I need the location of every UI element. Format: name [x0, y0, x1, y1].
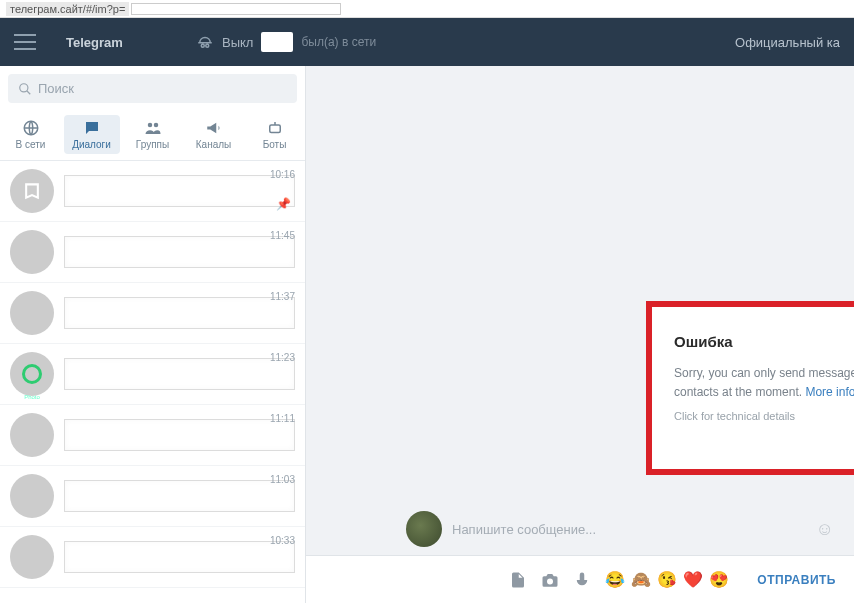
emoji-picker-icon[interactable]: ☺: [816, 519, 834, 540]
camera-icon[interactable]: [541, 571, 559, 589]
avatar: [10, 169, 54, 213]
avatar: [10, 230, 54, 274]
header-right-label: Официальный ка: [735, 35, 840, 50]
tab-bots[interactable]: Боты: [247, 115, 303, 154]
error-modal: Ошибка Sorry, you can only send messages…: [646, 301, 854, 475]
incognito-icon: [196, 33, 214, 51]
chat-time: 11:23: [270, 352, 295, 363]
tab-online[interactable]: В сети: [3, 115, 59, 154]
header-user-name: Выкл: [222, 35, 253, 50]
chat-list: 10:16 📌 11:45 11:37 Photo 11:23: [0, 161, 305, 603]
chat-item[interactable]: 10:33: [0, 527, 305, 588]
search-icon: [18, 82, 32, 96]
svg-point-0: [20, 83, 28, 91]
chat-time: 11:03: [270, 474, 295, 485]
chat-time: 11:11: [270, 413, 295, 424]
emoji[interactable]: 😍: [709, 570, 729, 589]
chat-name-redacted: [64, 419, 295, 451]
chat-name-redacted: [64, 297, 295, 329]
emoji[interactable]: 😘: [657, 570, 677, 589]
globe-icon: [21, 119, 41, 137]
mic-icon[interactable]: [573, 571, 591, 589]
tab-dialogs[interactable]: Диалоги: [64, 115, 120, 154]
brand-label: Telegram: [66, 35, 196, 50]
pin-icon: 📌: [276, 197, 291, 211]
chat-item[interactable]: 11:45: [0, 222, 305, 283]
svg-point-3: [153, 123, 158, 128]
tab-channels[interactable]: Каналы: [186, 115, 242, 154]
chat-item[interactable]: 11:03: [0, 466, 305, 527]
chat-name-redacted: [64, 541, 295, 573]
header-user-avatar: [261, 32, 293, 52]
avatar: [10, 291, 54, 335]
send-button[interactable]: ОТПРАВИТЬ: [757, 573, 836, 587]
search-input[interactable]: Поиск: [8, 74, 297, 103]
compose-avatar: [406, 511, 442, 547]
chat-time: 10:33: [270, 535, 295, 546]
quick-emoji-row: 😂 🙈 😘 ❤️ 😍: [605, 570, 729, 589]
address-bar[interactable]: телеграм.сайт/#/im?p=: [0, 0, 854, 18]
url-redacted: [131, 3, 341, 15]
group-icon: [143, 119, 163, 137]
emoji[interactable]: 🙈: [631, 570, 651, 589]
sidebar: Поиск В сети Диалоги Группы Каналы: [0, 66, 306, 603]
more-info-link[interactable]: More info »: [805, 385, 854, 399]
bot-icon: [265, 119, 285, 137]
compose-row: Напишите сообщение... ☺: [306, 511, 854, 547]
chat-name-redacted: [64, 480, 295, 512]
message-input[interactable]: Напишите сообщение...: [452, 516, 806, 543]
modal-title: Ошибка: [674, 333, 854, 350]
search-placeholder: Поиск: [38, 81, 74, 96]
chat-name-redacted: [64, 358, 295, 390]
chat-header-info[interactable]: Выкл был(а) в сети: [196, 32, 376, 52]
chat-time: 10:16: [270, 169, 295, 180]
emoji[interactable]: ❤️: [683, 570, 703, 589]
tech-details-link[interactable]: Click for technical details: [674, 410, 854, 422]
svg-rect-4: [269, 125, 280, 133]
chat-time: 11:45: [270, 230, 295, 241]
url-prefix: телеграм.сайт/#/im?p=: [6, 2, 129, 16]
chat-name-redacted: [64, 236, 295, 268]
menu-icon[interactable]: [14, 34, 36, 50]
chat-item[interactable]: 11:11: [0, 405, 305, 466]
chat-area: реля 2019 г. Напишите сообщение... ☺ 😂 🙈…: [306, 66, 854, 603]
avatar: [10, 474, 54, 518]
svg-point-2: [147, 123, 152, 128]
chat-time: 11:37: [270, 291, 295, 302]
chat-item[interactable]: 11:37: [0, 283, 305, 344]
sidebar-tabs: В сети Диалоги Группы Каналы Боты: [0, 111, 305, 161]
modal-message: Sorry, you can only send messages to mut…: [674, 364, 854, 402]
avatar: [10, 535, 54, 579]
emoji[interactable]: 😂: [605, 570, 625, 589]
attach-icon[interactable]: [509, 571, 527, 589]
chat-item[interactable]: Photo 11:23: [0, 344, 305, 405]
compose-toolbar: 😂 🙈 😘 ❤️ 😍 ОТПРАВИТЬ: [306, 555, 854, 603]
chat-item[interactable]: 10:16 📌: [0, 161, 305, 222]
avatar: Photo: [10, 352, 54, 396]
app-header: Telegram Выкл был(а) в сети Официальный …: [0, 18, 854, 66]
chat-name-redacted: [64, 175, 295, 207]
ok-button[interactable]: OK: [674, 440, 854, 455]
chat-icon: [82, 119, 102, 137]
presence-label: был(а) в сети: [301, 35, 376, 49]
megaphone-icon: [204, 119, 224, 137]
avatar: [10, 413, 54, 457]
tab-groups[interactable]: Группы: [125, 115, 181, 154]
